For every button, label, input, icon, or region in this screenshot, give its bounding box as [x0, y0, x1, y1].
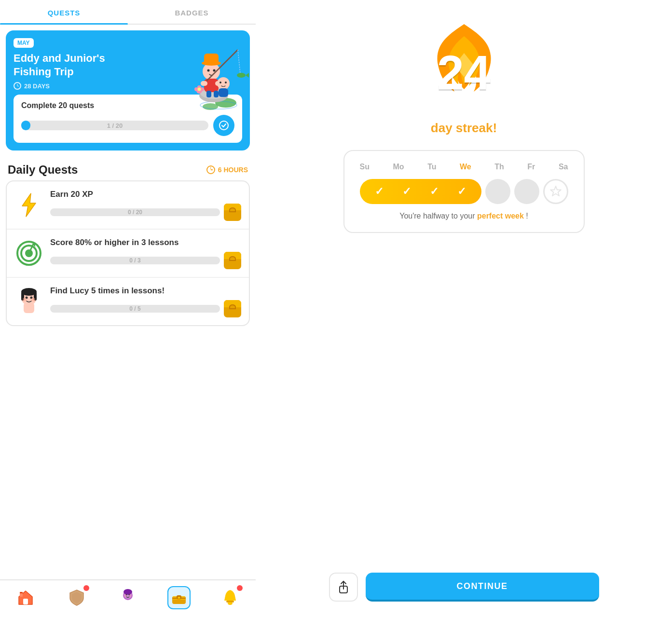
- score-progress-bg: 0 / 3: [50, 257, 220, 264]
- svg-point-11: [207, 69, 210, 72]
- day-col-su: Su: [360, 163, 370, 171]
- nav-item-chest[interactable]: [167, 586, 191, 609]
- streak-section: 24 day streak!: [416, 19, 512, 136]
- quest-progress-bar: 1 / 20: [21, 121, 208, 130]
- svg-point-44: [31, 298, 35, 302]
- svg-point-43: [23, 298, 27, 302]
- bell-icon: [219, 586, 242, 609]
- nav-item-home[interactable]: [14, 586, 37, 609]
- svg-line-16: [238, 50, 240, 74]
- quest-item-progress-score: 0 / 3: [50, 252, 241, 269]
- svg-rect-10: [214, 91, 219, 97]
- bottom-actions: CONTINUE: [329, 561, 599, 617]
- svg-rect-20: [219, 88, 228, 97]
- check-we: ✓: [457, 185, 466, 198]
- xp-chest: [224, 204, 241, 221]
- svg-point-54: [124, 594, 127, 597]
- quest-item-content-xp: Earn 20 XP 0 / 20: [50, 189, 241, 221]
- quest-item-label-xp: Earn 20 XP: [50, 189, 241, 200]
- svg-marker-65: [550, 186, 561, 196]
- left-panel: QUESTS BADGES MAY Eddy and Junior's Fish…: [0, 0, 256, 617]
- tab-badges[interactable]: BADGES: [128, 0, 256, 24]
- quest-item-lucy: Find Lucy 5 times in lessons! 0 / 5: [7, 278, 249, 325]
- fishing-characters-svg: [173, 35, 250, 112]
- day-label-fr: Fr: [527, 163, 535, 171]
- day-circle-sa: [543, 179, 568, 204]
- quest-badge-icon: [218, 120, 230, 131]
- nav-item-shield[interactable]: [65, 586, 88, 609]
- lucy-svg: [16, 287, 42, 316]
- share-icon: [337, 580, 350, 594]
- svg-marker-18: [246, 73, 249, 78]
- svg-point-28: [219, 121, 228, 130]
- bell-notification-dot: [237, 585, 243, 591]
- share-button[interactable]: [329, 573, 358, 602]
- svg-rect-9: [206, 91, 211, 97]
- timer-clock-icon: [206, 165, 215, 174]
- week-message: You're halfway to your perfect week !: [360, 212, 568, 220]
- svg-point-63: [228, 602, 233, 605]
- flame-container: 24: [416, 19, 512, 116]
- week-days-row: Su Mo Tu We Th Fr Sa: [360, 163, 568, 171]
- daily-quests-timer: 6 HOURS: [206, 165, 248, 174]
- day-label-sa: Sa: [559, 163, 568, 171]
- quest-month-badge: MAY: [14, 38, 34, 48]
- quest-item-progress-xp: 0 / 20: [50, 204, 241, 221]
- nav-item-bell[interactable]: [219, 586, 242, 609]
- day-col-th: Th: [494, 163, 504, 171]
- check-tu: ✓: [430, 185, 439, 198]
- score-progress-text: 0 / 3: [50, 257, 220, 264]
- xp-progress-bg: 0 / 20: [50, 208, 220, 216]
- quest-list: Earn 20 XP 0 / 20: [6, 180, 250, 326]
- clock-icon: [14, 82, 21, 90]
- day-col-mo: Mo: [393, 163, 404, 171]
- svg-point-22: [225, 82, 227, 83]
- week-card: Su Mo Tu We Th Fr Sa ✓: [343, 150, 585, 233]
- day-label-mo: Mo: [393, 163, 404, 171]
- quest-item-score: Score 80% or higher in 3 lessons 0 / 3: [7, 230, 249, 278]
- day-label-th: Th: [494, 163, 504, 171]
- svg-point-61: [178, 597, 180, 599]
- quest-characters: [168, 30, 250, 112]
- quest-icon-target: [14, 239, 43, 268]
- nav-item-avatar[interactable]: [116, 586, 139, 609]
- day-circle-th: [485, 179, 510, 204]
- continue-button[interactable]: CONTINUE: [366, 573, 599, 602]
- svg-point-40: [22, 288, 36, 294]
- daily-quests-title: Daily Quests: [8, 163, 78, 177]
- quest-item-content-score: Score 80% or higher in 3 lessons 0 / 3: [50, 237, 241, 269]
- xp-progress-text: 0 / 20: [50, 209, 220, 216]
- svg-point-55: [129, 594, 132, 597]
- tab-quests[interactable]: QUESTS: [0, 0, 128, 24]
- day-label-we: We: [460, 163, 471, 171]
- quest-item-progress-lucy: 0 / 5: [50, 300, 241, 317]
- check-su: ✓: [375, 185, 384, 198]
- svg-point-21: [219, 82, 221, 83]
- home-icon: [14, 586, 37, 609]
- svg-rect-48: [20, 592, 23, 593]
- svg-point-12: [213, 69, 216, 72]
- lucy-progress-bg: 0 / 5: [50, 305, 220, 313]
- tabs-bar: QUESTS BADGES: [0, 0, 256, 25]
- star-outline-svg: [549, 185, 562, 198]
- bottom-nav: [0, 579, 256, 617]
- lightning-svg: [17, 192, 41, 218]
- chest-icon: [167, 586, 191, 609]
- svg-point-17: [237, 73, 246, 78]
- streak-number: 24: [437, 48, 491, 96]
- avatar-icon: [116, 586, 139, 609]
- day-col-tu: Tu: [427, 163, 436, 171]
- svg-point-19: [217, 77, 230, 90]
- quest-item-xp: Earn 20 XP 0 / 20: [7, 181, 249, 230]
- quest-item-content-lucy: Find Lucy 5 times in lessons! 0 / 5: [50, 286, 241, 317]
- svg-rect-14: [204, 54, 219, 64]
- score-chest: [224, 252, 241, 269]
- quest-badge-circle: [213, 115, 234, 136]
- quest-item-label-score: Score 80% or higher in 3 lessons: [50, 237, 241, 248]
- day-col-we: We: [460, 163, 471, 171]
- shield-icon: [65, 586, 88, 609]
- svg-point-51: [123, 589, 132, 595]
- svg-point-27: [198, 88, 201, 91]
- day-label-tu: Tu: [427, 163, 436, 171]
- target-svg: [16, 240, 42, 266]
